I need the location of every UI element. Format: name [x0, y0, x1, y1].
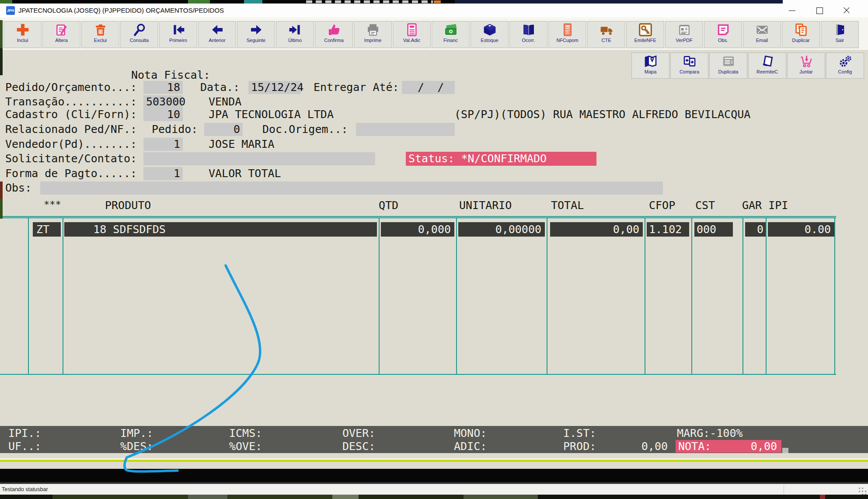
doc-origem-label: Doc.Origem..: — [262, 122, 348, 137]
toolbar-button-label: VerPDF — [666, 38, 703, 43]
close-button[interactable] — [837, 3, 857, 17]
col-unitario: UNITARIO — [459, 198, 512, 213]
pedido-input[interactable]: 18 — [143, 81, 183, 94]
col-cst: CST — [695, 198, 715, 213]
toolbar-button-exclui[interactable]: Exclui — [81, 21, 119, 48]
compare-icon — [683, 54, 697, 68]
form-row-cadastro: Cadastro (Cli/Forn): 10 JPA TECNOLOGIA L… — [0, 107, 868, 122]
status-badge: Status: *N/CONFIRMADO — [406, 152, 596, 166]
toolbar-button-ultimo[interactable]: Último — [276, 21, 314, 48]
solicitante-input[interactable] — [143, 152, 375, 165]
grid-header: *** PRODUTO QTD UNITARIO TOTAL CFOP CST … — [0, 198, 868, 213]
book-icon — [522, 23, 536, 37]
toolbar-button-verpdf[interactable]: VerPDF — [665, 21, 703, 48]
envelope-icon — [755, 23, 769, 37]
cell-cst[interactable]: 000 — [694, 222, 733, 237]
total-label: DESC: — [342, 440, 375, 453]
search-icon — [132, 23, 146, 37]
toolbar-button-obs[interactable]: Obs. — [704, 21, 742, 48]
toolbar-button-sair[interactable]: Sair — [821, 21, 859, 48]
cell-cfop[interactable]: 1.102 — [647, 222, 689, 237]
toolbar-button-emitenfe[interactable]: EmiteNFE — [626, 21, 664, 48]
toolbar-button-inclui[interactable]: Inclui — [3, 21, 42, 48]
col-sel: *** — [44, 197, 61, 212]
total-label: OVER: — [342, 427, 375, 440]
col-qtd: QTD — [379, 198, 398, 213]
form-row-relacionado: Relacionado Ped/NF.: Pedido: 0 Doc.Orige… — [0, 122, 868, 137]
toolbar-button-label: Email — [743, 38, 781, 43]
totals-row-2: UF..: %DES: %OVE: DESC: ADIC: PROD: 0,00… — [0, 440, 868, 453]
form-row-solicitante: Solicitante/Contato: Status: *N/CONFIRMA… — [0, 151, 868, 166]
key-icon — [638, 23, 652, 37]
printer-icon — [366, 23, 380, 37]
toolbar-button-label: Duplicar — [782, 38, 819, 43]
background-fragment — [0, 0, 12, 3]
calculator-icon — [405, 23, 419, 37]
toolbar-button-primeiro[interactable]: Primeiro — [159, 21, 197, 48]
data-input[interactable]: 15/12/24 — [248, 81, 301, 94]
form-row-obs: Obs: — [0, 181, 868, 195]
money-icon — [444, 23, 458, 37]
total-label: IPI.: — [8, 427, 41, 440]
toolbar-button-cte[interactable]: CTE — [587, 21, 625, 48]
table-row[interactable]: ZT 18 SDFSDFDS 0,000 0,00000 0,00 1.102 … — [0, 222, 868, 237]
titlebar: JPA JPATECNOLOGIA (JOSEQ) (PJPPEDIDO) OR… — [0, 3, 868, 17]
desktop-background-strip — [0, 0, 868, 3]
grid-gridline — [28, 218, 29, 374]
transacao-input[interactable]: 503000 — [143, 95, 183, 108]
cadastro-input[interactable]: 10 — [143, 108, 183, 121]
cell-unitario[interactable]: 0,00000 — [458, 222, 545, 237]
background-fragment — [306, 0, 433, 3]
last-icon — [288, 23, 302, 37]
background-fragment — [359, 495, 464, 499]
toolbar-button-ocorr[interactable]: Ocorr. — [509, 21, 547, 48]
doc-origem-input[interactable] — [356, 123, 455, 136]
grid-gridline — [766, 218, 767, 374]
grid-gridline — [547, 218, 547, 374]
entregar-input[interactable]: / / — [402, 81, 455, 94]
toolbar-button-estoque[interactable]: Estoque — [471, 21, 509, 48]
prev-icon — [210, 23, 224, 37]
sheet-icon — [760, 54, 774, 68]
toolbar-button-confirma[interactable]: Confirma — [315, 21, 353, 48]
cell-tipo[interactable]: ZT — [33, 222, 61, 237]
vendedor-input[interactable]: 1 — [143, 138, 183, 151]
toolbar-button-nfcupom[interactable]: NFCupom — [548, 21, 586, 48]
door-icon — [833, 23, 847, 37]
grid-header-divider — [0, 216, 836, 218]
toolbar-button-seguinte[interactable]: Seguinte — [237, 21, 275, 48]
relacionado-pedido-input[interactable]: 0 — [204, 123, 243, 136]
thumbs-up-icon — [327, 23, 341, 37]
resize-grip[interactable] — [859, 488, 860, 489]
cell-produto[interactable]: 18 SDFSDFDS — [64, 222, 377, 237]
relacionado-pedido-label: Pedido: — [152, 122, 198, 137]
toolbar-button-imprime[interactable]: Imprime — [354, 21, 392, 48]
obs-input[interactable] — [40, 181, 663, 195]
grid-gridline — [645, 218, 645, 374]
background-fragment — [244, 0, 262, 3]
toolbar-button-consulta[interactable]: Consulta — [120, 21, 158, 48]
cell-gar[interactable]: 0 — [745, 222, 766, 237]
cell-total[interactable]: 0,00 — [550, 222, 643, 237]
total-label: ADIC: — [454, 440, 487, 453]
background-fragment — [188, 495, 227, 499]
cell-qtd[interactable]: 0,000 — [381, 222, 454, 237]
maximize-button[interactable] — [809, 3, 830, 17]
vendedor-label: Vendedor(Pd).......: — [5, 137, 137, 152]
cell-ipi[interactable]: 0.00 — [768, 222, 834, 237]
statusbar-divider — [784, 485, 784, 494]
pagto-input[interactable]: 1 — [143, 167, 183, 180]
toolbar-button-altera[interactable]: Altera — [42, 21, 80, 48]
cadastro-extra: (SP/PJ)(TODOS) RUA MAESTRO ALFREDO BEVIL… — [454, 107, 750, 122]
toolbar-button-label: Primeiro — [160, 38, 197, 43]
minimize-button[interactable] — [782, 3, 802, 17]
toolbar-button-financ[interactable]: Financ — [432, 21, 470, 48]
total-prod-value: 0,00 — [610, 440, 668, 453]
statusbar-text: Testando statusbar — [2, 484, 48, 495]
cadastro-desc: JPA TECNOLOGIA LTDA — [209, 107, 334, 122]
background-fragment — [0, 20, 3, 48]
toolbar-button-email[interactable]: Email — [743, 21, 781, 48]
toolbar-button-duplicar[interactable]: Duplicar — [782, 21, 820, 48]
toolbar-button-valadic[interactable]: Val.Adic — [393, 21, 431, 48]
toolbar-button-anterior[interactable]: Anterior — [198, 21, 236, 48]
